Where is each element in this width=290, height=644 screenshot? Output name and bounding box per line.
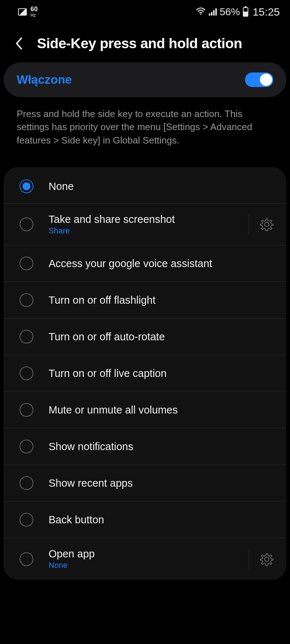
- master-toggle-card[interactable]: Włączone: [4, 62, 286, 97]
- option-sublabel: None: [49, 561, 244, 570]
- option-auto-rotate[interactable]: Turn on or off auto-rotate: [4, 319, 286, 355]
- radio-icon[interactable]: [20, 257, 33, 270]
- gear-icon: [260, 217, 274, 232]
- option-label: Turn on or off flashlight: [49, 294, 274, 306]
- option-label: Show recent apps: [49, 477, 274, 489]
- option-live-caption[interactable]: Turn on or off live caption: [4, 355, 286, 392]
- radio-icon[interactable]: [20, 403, 33, 417]
- feature-description: Press and hold the side key to execute a…: [0, 97, 290, 147]
- option-show-notifications[interactable]: Show notifications: [4, 428, 286, 465]
- option-show-recent-apps[interactable]: Show recent apps: [4, 465, 286, 502]
- svg-point-0: [200, 13, 202, 15]
- option-open-app[interactable]: Open app None: [4, 538, 286, 580]
- option-label: Turn on or off auto-rotate: [49, 331, 274, 343]
- option-label: None: [49, 180, 274, 192]
- option-label: Access your google voice assistant: [49, 258, 274, 270]
- option-flashlight[interactable]: Turn on or off flashlight: [4, 282, 286, 319]
- option-take-screenshot[interactable]: Take and share screenshot Share: [4, 204, 286, 245]
- option-label: Take and share screenshot: [49, 213, 244, 225]
- master-toggle-switch[interactable]: [245, 72, 273, 87]
- hz-unit: Hz: [30, 13, 38, 18]
- option-google-assistant[interactable]: Access your google voice assistant: [4, 245, 286, 282]
- radio-icon[interactable]: [20, 179, 33, 193]
- clock: 15:25: [253, 6, 280, 18]
- status-right: 56% 15:25: [196, 6, 280, 18]
- radio-icon[interactable]: [20, 366, 33, 380]
- option-label: Show notifications: [49, 441, 274, 453]
- gallery-icon: [18, 8, 27, 16]
- refresh-rate-indicator: 60 Hz: [30, 6, 38, 18]
- hz-value: 60: [30, 5, 38, 13]
- option-settings-button[interactable]: [249, 549, 274, 569]
- option-back-button[interactable]: Back button: [4, 502, 286, 538]
- master-toggle-label: Włączone: [17, 73, 72, 87]
- signal-icon: [209, 8, 217, 16]
- radio-icon[interactable]: [20, 217, 33, 231]
- header: Side-Key press and hold action: [0, 22, 290, 62]
- svg-point-1: [265, 222, 269, 227]
- gear-icon: [260, 552, 274, 566]
- option-label: Turn on or off live caption: [49, 367, 274, 379]
- options-list: None Take and share screenshot Share Acc…: [4, 167, 286, 580]
- back-icon[interactable]: [14, 36, 24, 51]
- radio-icon[interactable]: [20, 293, 33, 307]
- wifi-icon: [196, 7, 206, 18]
- svg-point-2: [265, 557, 269, 561]
- radio-icon[interactable]: [20, 476, 33, 490]
- status-left: 60 Hz: [18, 6, 38, 18]
- battery-percent: 56%: [220, 6, 240, 18]
- option-settings-button[interactable]: [249, 215, 274, 234]
- option-sublabel: Share: [49, 226, 244, 236]
- option-mute-volumes[interactable]: Mute or unmute all volumes: [4, 392, 286, 428]
- option-label: Mute or unmute all volumes: [49, 404, 274, 416]
- option-label: Open app: [49, 548, 244, 560]
- option-none[interactable]: None: [4, 167, 286, 204]
- battery-icon: [243, 7, 248, 17]
- status-bar: 60 Hz 56% 15:25: [0, 0, 290, 22]
- option-label: Back button: [49, 514, 274, 526]
- radio-icon[interactable]: [20, 330, 33, 344]
- radio-icon[interactable]: [20, 513, 33, 527]
- radio-icon[interactable]: [20, 440, 33, 453]
- radio-icon[interactable]: [20, 552, 33, 566]
- page-title: Side-Key press and hold action: [37, 36, 242, 51]
